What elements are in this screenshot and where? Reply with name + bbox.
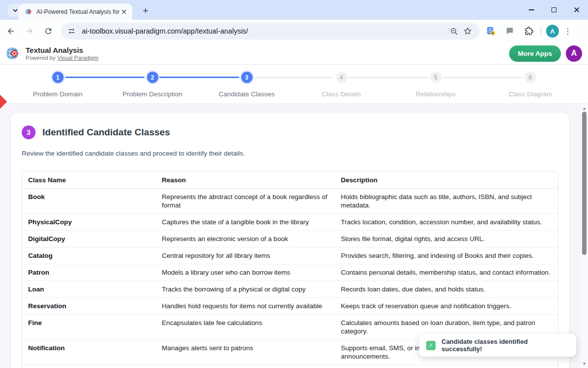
zoom-button[interactable] [447,24,461,38]
step-circle[interactable]: 4 [336,72,347,83]
card-header: 3 Identified Candidate Classes [22,125,558,139]
class-name-cell: Book [22,189,156,214]
forward-button[interactable] [22,23,37,39]
table-row: Reservation Handles hold requests for it… [22,298,558,315]
description-cell: Keeps track of reservation queue and not… [335,298,558,315]
class-name-cell: Fine [22,315,156,340]
column-description: Description [335,171,558,189]
wizard-stepper: 1 Problem Domain 2 Problem Description 3… [0,65,588,104]
url-bar[interactable]: ai-toolbox.visual-paradigm.com/app/textu… [61,23,479,40]
reason-cell: Handles authentication and authorization [156,365,335,368]
class-name-cell: PhysicalCopy [22,214,156,231]
feedback-button[interactable] [502,24,517,39]
table-row: PhysicalCopy Captures the state of a tan… [22,214,558,231]
bookmark-button[interactable] [461,24,475,38]
scroll-up-icon[interactable]: ▲ [581,105,588,112]
back-icon [6,27,15,36]
reason-cell: Tracks the borrowing of a physical or di… [156,281,335,298]
table-row: Patron Models a library user who can bor… [22,264,558,281]
page-scrollbar[interactable]: ▲ ▼ [581,104,588,368]
powered-by: Powered by Visual Paradigm [26,55,98,61]
class-name-cell: Notification [22,340,156,365]
page-subtitle: Review the identified candidate classes … [22,150,558,157]
step-label: Problem Description [106,90,199,98]
close-button[interactable]: ✕ [565,0,588,20]
class-name-cell: DigitalCopy [22,231,156,247]
scroll-down-icon[interactable]: ▼ [581,360,588,367]
forward-icon [25,27,34,36]
class-name-cell: Loan [22,281,156,298]
reason-cell: Manages alerts sent to patrons [156,340,335,365]
step-label: Relationships [389,90,482,98]
powered-by-prefix: Powered by [26,55,57,61]
extensions-puzzle-icon [523,26,534,37]
active-tab[interactable]: AI-Powered Textual Analysis for ✕ [19,3,132,20]
window-controls: ✕ [520,0,588,20]
tab-close-icon[interactable]: ✕ [119,7,128,16]
maximize-button[interactable] [543,0,565,20]
header-right: More Apps A [509,45,583,62]
step-problem-description[interactable]: 2 Problem Description [106,72,199,98]
extensions-button[interactable] [521,24,536,39]
description-cell: Provides search, filtering, and indexing… [335,247,558,264]
table-row: Catalog Central repository for all libra… [22,247,558,264]
close-icon: ✕ [573,6,580,14]
step-label: Candidate Classes [200,90,294,98]
user-avatar[interactable]: A [566,45,582,62]
step-label: Class Details [294,90,388,98]
minimize-icon [529,9,534,10]
translate-doc-icon [485,26,496,37]
maximize-icon [551,7,556,12]
tune-icon [68,27,75,35]
reload-button[interactable] [40,23,56,39]
globe-diamond-logo [5,45,21,61]
reason-cell: Encapsulates late fee calculations [156,315,335,340]
globe-diamond-logo [25,8,33,16]
app-title: Textual Analysis [26,46,98,55]
candidate-classes-card: 3 Identified Candidate Classes Review th… [11,113,569,368]
column-reason: Reason [156,171,335,189]
step-candidate-classes[interactable]: 3 Candidate Classes [200,72,294,98]
site-settings-button[interactable] [65,25,78,38]
step-circle[interactable]: 3 [241,72,253,83]
browser-window: AI-Powered Textual Analysis for ✕ + ✕ [0,0,588,368]
more-apps-button[interactable]: More Apps [509,45,561,62]
description-cell: Holds bibliographic data such as title, … [335,189,558,214]
step-label: Problem Domain [11,90,105,98]
new-tab-button[interactable]: + [139,4,152,17]
class-name-cell: Catalog [22,247,156,264]
visual-paradigm-link[interactable]: Visual Paradigm [57,55,99,61]
url-text[interactable]: ai-toolbox.visual-paradigm.com/app/textu… [82,27,447,35]
reason-cell: Represents an electronic version of a bo… [156,231,335,247]
zoom-icon [450,27,458,36]
description-cell: Contains personal details, membership st… [335,264,558,281]
browser-profile-avatar[interactable]: A [546,25,559,38]
step-circle[interactable]: 1 [52,72,64,83]
class-name-cell: Reservation [22,298,156,315]
reason-cell: Handles hold requests for items not curr… [156,298,335,315]
page-title: Identified Candidate Classes [42,127,170,138]
step-class-details[interactable]: 4 Class Details [294,72,388,98]
translate-page-button[interactable] [483,24,498,39]
step-circle[interactable]: 6 [525,72,536,83]
description-cell: Stores credentials, password hash, and s… [335,365,558,368]
column-class-name: Class Name [22,171,156,189]
success-toast: ✓ Candidate classes identified successfu… [419,334,576,357]
scrollbar-thumb[interactable] [582,112,587,255]
step-class-diagram[interactable]: 6 Class Diagram [483,72,577,98]
step-relationships[interactable]: 5 Relationships [389,72,482,98]
description-cell: Stores file format, digital rights, and … [335,231,558,247]
step-circle[interactable]: 5 [430,72,441,83]
toast-message: Candidate classes identified successfull… [441,338,569,353]
back-button[interactable] [3,23,19,39]
minimize-button[interactable] [520,0,543,20]
reason-cell: Models a library user who can borrow ite… [156,264,335,281]
description-cell: Tracks location, condition, accession nu… [335,214,558,231]
table-row: UserAccount Handles authentication and a… [22,365,558,368]
table-row: Book Represents the abstract concept of … [22,189,558,214]
browser-toolbar: ai-toolbox.visual-paradigm.com/app/textu… [0,20,588,42]
step-circle[interactable]: 2 [147,72,158,83]
step-problem-domain[interactable]: 1 Problem Domain [11,72,105,98]
tab-search-chevron-icon [12,7,18,13]
kebab-menu-icon[interactable]: ⋮ [564,27,572,36]
